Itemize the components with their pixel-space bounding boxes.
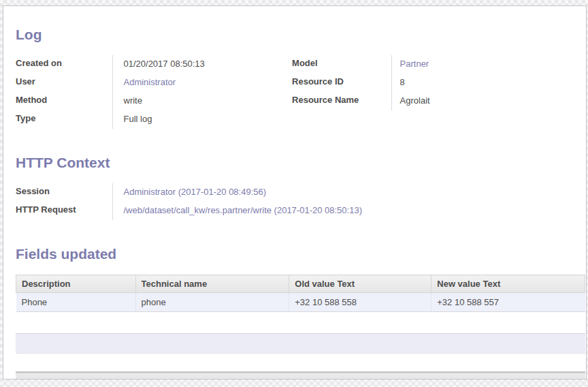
screenshot-root: { "colors": { "accent_purple": "#7c7bad"… bbox=[0, 0, 588, 387]
column-header-new-value[interactable]: New value Text bbox=[431, 275, 585, 293]
separator-strip-light bbox=[16, 374, 585, 380]
session-link[interactable]: Administrator (2017-01-20 08:49:56) bbox=[112, 183, 424, 202]
field-label-method: Method bbox=[16, 92, 112, 110]
section-title-fields-updated: Fields updated bbox=[16, 246, 574, 262]
http-context-fields: Session Administrator (2017-01-20 08:49:… bbox=[16, 183, 424, 220]
field-value-type: Full log bbox=[112, 110, 292, 129]
column-header-description[interactable]: Description bbox=[16, 275, 136, 293]
cell-technical-name[interactable]: phone bbox=[135, 293, 289, 312]
cell-description[interactable]: Phone bbox=[16, 293, 136, 312]
field-row-user: User Administrator bbox=[16, 74, 292, 92]
field-value-resource-name: Agrolait bbox=[391, 92, 574, 110]
table-row-phone[interactable]: Phone phone +32 10 588 558 +32 10 588 55… bbox=[16, 293, 585, 312]
table-header-row: Description Technical name Old value Tex… bbox=[16, 275, 585, 293]
field-row-resource-id: Resource ID 8 bbox=[292, 74, 574, 92]
field-value-resource-id: 8 bbox=[391, 74, 574, 92]
field-row-resource-name: Resource Name Agrolait bbox=[292, 92, 574, 110]
field-value-created-on: 01/20/2017 08:50:13 bbox=[112, 55, 292, 74]
log-fields-right: Model Partner Resource ID 8 Resource Nam… bbox=[292, 55, 574, 110]
column-header-technical-name[interactable]: Technical name bbox=[135, 275, 289, 293]
http-request-link[interactable]: /web/dataset/call_kw/res.partner/write (… bbox=[112, 202, 424, 220]
field-value-method: write bbox=[112, 92, 292, 110]
field-row-created-on: Created on 01/20/2017 08:50:13 bbox=[16, 55, 292, 74]
field-row-method: Method write bbox=[16, 92, 292, 110]
field-row-session: Session Administrator (2017-01-20 08:49:… bbox=[16, 183, 424, 202]
field-label-model: Model bbox=[292, 55, 391, 74]
cell-old-value[interactable]: +32 10 588 558 bbox=[289, 293, 431, 312]
empty-list-band bbox=[16, 333, 585, 354]
field-label-created-on: Created on bbox=[16, 55, 112, 74]
user-link[interactable]: Administrator bbox=[112, 74, 292, 92]
field-row-model: Model Partner bbox=[292, 55, 574, 74]
log-fields-left: Created on 01/20/2017 08:50:13 User Admi… bbox=[16, 55, 292, 129]
model-link[interactable]: Partner bbox=[391, 55, 574, 74]
log-field-groups: Created on 01/20/2017 08:50:13 User Admi… bbox=[16, 55, 574, 129]
field-label-http-request: HTTP Request bbox=[16, 202, 112, 220]
field-label-type: Type bbox=[16, 110, 112, 129]
fields-updated-table: Description Technical name Old value Tex… bbox=[16, 275, 585, 312]
field-label-session: Session bbox=[16, 183, 112, 202]
section-title-log: Log bbox=[16, 27, 574, 43]
section-title-http-context: HTTP Context bbox=[16, 155, 574, 171]
field-label-resource-name: Resource Name bbox=[292, 92, 391, 110]
cell-new-value[interactable]: +32 10 588 557 bbox=[431, 293, 585, 312]
field-row-http-request: HTTP Request /web/dataset/call_kw/res.pa… bbox=[16, 202, 424, 220]
field-label-resource-id: Resource ID bbox=[292, 74, 391, 92]
log-form-panel: Log Created on 01/20/2017 08:50:13 User … bbox=[3, 5, 587, 380]
column-header-old-value[interactable]: Old value Text bbox=[289, 275, 431, 293]
field-label-user: User bbox=[16, 74, 112, 92]
field-row-type: Type Full log bbox=[16, 110, 292, 129]
